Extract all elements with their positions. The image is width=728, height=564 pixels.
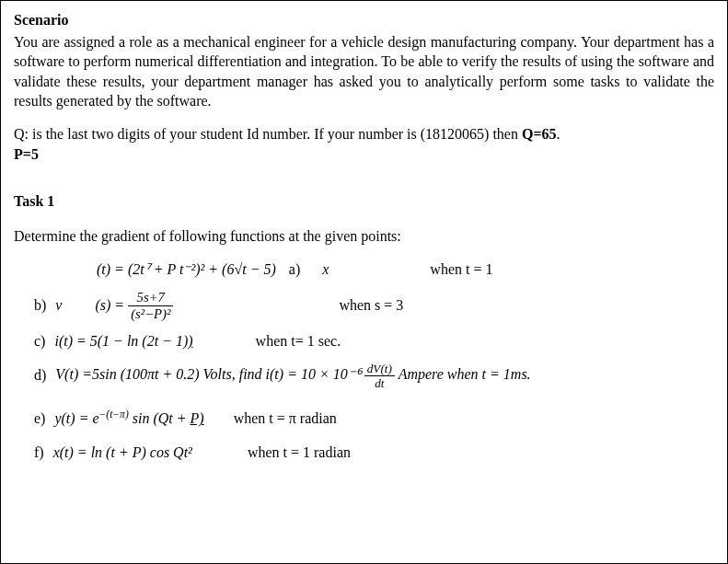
item-a-eq: (t) = (2t⁷ + P t⁻²)² + (6√t − 5): [97, 257, 276, 283]
q-period: .: [557, 126, 560, 142]
item-d-label: d): [34, 363, 46, 389]
item-f: f) x(t) = ln (t + P) cos Qt² when t = 1 …: [34, 440, 714, 466]
q-bold: Q=65: [522, 126, 557, 142]
item-c: c) i(t) = 5(1 − ln (2t − 1)) when t= 1 s…: [34, 328, 714, 355]
item-b-label: b): [34, 293, 46, 319]
task-prompt: Determine the gradient of following func…: [14, 226, 714, 247]
item-b-when: when s = 3: [339, 293, 403, 319]
q-prefix: Q: is the last two digits of your studen…: [14, 126, 522, 142]
item-f-when: when t = 1 radian: [248, 440, 351, 466]
item-d: d) V(t) =5sin (100πt + 0.2) Volts, find …: [34, 362, 714, 389]
item-a-x: x: [322, 257, 329, 283]
item-e: e) y(t) = e−(t−π) sin (Qt + P) when t = …: [34, 406, 714, 432]
task-heading: Task 1: [14, 191, 714, 212]
item-e-exp: −(t−π): [99, 409, 129, 420]
item-b-den: (s²−P)²: [128, 306, 173, 321]
item-c-when: when t= 1 sec.: [256, 328, 341, 355]
item-e-p: P): [191, 410, 204, 426]
item-c-label: c): [34, 328, 45, 355]
item-c-eq-tail: )): [183, 333, 193, 349]
document-page: Scenario You are assigned a role as a me…: [0, 0, 728, 564]
item-b-v: v: [55, 293, 62, 319]
item-b-lhs: (s) =: [95, 293, 124, 319]
item-f-eq: x(t) = ln (t + P) cos Qt²: [53, 440, 192, 466]
item-b: b) v (s) = 5s+7 (s²−P)² when s = 3: [34, 291, 714, 320]
item-f-label: f): [34, 440, 44, 466]
item-d-frac-den: dt: [364, 376, 395, 389]
item-a-label: a): [289, 257, 300, 283]
item-a-when: when t = 1: [430, 257, 492, 283]
item-d-frac-num: dV(t): [364, 363, 395, 376]
scenario-heading: Scenario: [14, 10, 714, 30]
q-definition: Q: is the last two digits of your studen…: [14, 124, 714, 164]
item-e-label: e): [34, 406, 45, 432]
item-a: (t) = (2t⁷ + P t⁻²)² + (6√t − 5) a) x wh…: [34, 257, 714, 283]
item-e-when: when t = π radian: [234, 406, 337, 432]
p-value: P=5: [14, 146, 39, 162]
item-b-num: 5s+7: [128, 291, 173, 306]
item-c-eq-pre: i(t) = 5(1 − ln (2t − 1: [54, 333, 182, 349]
item-d-eq-pre: V(t) =5sin (100πt + 0.2) Volts, find i(t…: [55, 366, 364, 382]
item-e-eq-mid: sin (Qt +: [129, 410, 191, 426]
item-e-eq-pre: y(t) = e: [54, 410, 98, 426]
scenario-intro: You are assigned a role as a mechanical …: [14, 32, 714, 111]
item-d-eq-post: Ampere when t = 1ms.: [395, 366, 531, 382]
items-list: (t) = (2t⁷ + P t⁻²)² + (6√t − 5) a) x wh…: [14, 257, 714, 466]
